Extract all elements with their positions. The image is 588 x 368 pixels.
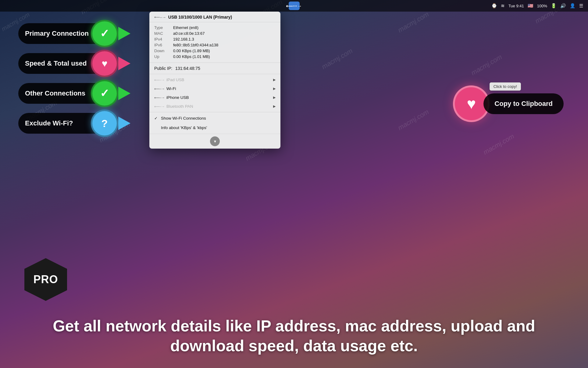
conn-icon: ⟵···→ (154, 78, 165, 82)
dropdown-header: ⟵···→ USB 10/100/1000 LAN (Primary) (149, 12, 280, 22)
info-row-mac: MAC a0:ce:c8:0e:13:67 (154, 31, 276, 36)
show-wifi-option[interactable]: ✓ Show Wi-Fi Connections (149, 114, 280, 123)
primary-connection-button[interactable]: Primary Connection ✓ (18, 21, 116, 46)
wifi-icon: ≋ (501, 3, 505, 9)
other-connections-circle: ✓ (91, 80, 118, 107)
menubar-items: ⌚ ≋ Tue 9:41 🇺🇸 100% 🔋 🔊 👤 ☰ (491, 3, 583, 9)
conn-item-bluetooth[interactable]: ⟵···→ Bluetooth PAN ▶ (149, 102, 280, 111)
flag-icon: 🇺🇸 (528, 3, 533, 9)
primary-connection-arrow (118, 27, 130, 40)
large-heart-icon: ♥ (467, 95, 476, 113)
conn-item-iphone-usb[interactable]: ⟵···→ iPhone USB ▶ (149, 93, 280, 102)
chevron-down-button[interactable]: ▾ (210, 136, 220, 146)
dropdown-connections: ⟵···→ iPad USB ▶ ⟵···→ Wi-Fi ▶ ⟵···→ iPh… (149, 74, 280, 112)
activity-icon: ⌚ (491, 3, 497, 9)
info-row-down: Down 0.00 KBps (1.89 MB) (154, 48, 276, 54)
battery-text: 100% (537, 4, 547, 8)
connection-icon: ⟵···→ (154, 15, 166, 20)
conn-arrow-right-wifi: ▶ (273, 87, 276, 91)
copy-to-clipboard-button[interactable]: Copy to Clipboard (483, 93, 564, 114)
public-ip-row[interactable]: Public IP: 131:64:48:75 (149, 63, 280, 74)
info-kbps-option[interactable]: Info about 'KBps' & 'kbps' (149, 123, 280, 132)
speed-total-button[interactable]: Speed & Total used ♥ (18, 51, 116, 76)
chevron-down-icon: ▾ (214, 139, 216, 144)
conn-icon-bt: ⟵···→ (154, 104, 165, 109)
info-row-ipv4: IPv4 192.168.1.3 (154, 36, 276, 42)
check-icon: ✓ (100, 27, 109, 40)
clock: Tue 9:41 (508, 4, 524, 8)
click-to-copy-tooltip: Click to copy! (490, 82, 521, 91)
checkmark-icon: ✓ (154, 116, 159, 121)
conn-arrow-right-iphone: ▶ (273, 96, 276, 99)
conn-arrow-right: ▶ (273, 78, 276, 82)
menubar: ⟵···→ ⌚ ≋ Tue 9:41 🇺🇸 100% 🔋 🔊 👤 ☰ (0, 0, 588, 12)
pro-text: PRO (33, 273, 58, 286)
info-row-ipv6: IPv6 fe80::8b5:1bf0:4344:a138 (154, 42, 276, 48)
user-icon: 👤 (570, 3, 576, 9)
pro-badge: PRO (24, 258, 67, 301)
conn-item-ipad-usb[interactable]: ⟵···→ iPad USB ▶ (149, 75, 280, 84)
list-icon: ☰ (579, 3, 583, 9)
battery-icon: 🔋 (551, 3, 557, 9)
left-buttons-container: Primary Connection ✓ Speed & Total used … (18, 21, 116, 135)
info-row-up: Up 0.00 KBps (1.01 MB) (154, 54, 276, 60)
dropdown-options: ✓ Show Wi-Fi Connections Info about 'KBp… (149, 112, 280, 134)
exclude-wifi-circle: ? (91, 110, 118, 137)
conn-icon-iphone: ⟵···→ (154, 96, 165, 100)
dropdown-title: USB 10/100/1000 LAN (Primary) (168, 15, 232, 20)
exclude-wifi-arrow (118, 117, 130, 130)
dropdown-info: Type Ethernet (en8) MAC a0:ce:c8:0e:13:6… (149, 22, 280, 63)
question-icon: ? (102, 117, 108, 129)
primary-connection-circle: ✓ (91, 20, 118, 47)
info-row-type: Type Ethernet (en8) (154, 25, 276, 31)
conn-arrow-right-bt: ▶ (273, 104, 276, 108)
bottom-text: Get all network details like IP address,… (0, 316, 588, 356)
pro-hexagon: PRO (24, 258, 67, 301)
other-connections-button[interactable]: Other Connections ✓ (18, 81, 116, 106)
heart-icon: ♥ (102, 58, 108, 69)
exclude-wifi-button[interactable]: Exclude Wi-Fi? ? (18, 111, 116, 135)
dropdown-footer: ▾ (149, 134, 280, 149)
check-icon-2: ✓ (100, 87, 109, 100)
app-menubar-icon[interactable]: ⟵···→ (289, 2, 300, 10)
app-icon[interactable]: ⟵···→ (289, 2, 300, 10)
conn-item-wifi[interactable]: ⟵···→ Wi-Fi ▶ (149, 84, 280, 93)
volume-icon: 🔊 (560, 3, 566, 9)
other-connections-arrow (118, 87, 130, 100)
speed-total-arrow (118, 57, 130, 70)
dropdown-menu: ⟵···→ USB 10/100/1000 LAN (Primary) Type… (149, 12, 280, 149)
conn-icon-wifi: ⟵···→ (154, 87, 165, 91)
copy-area: Click to copy! ♥ Copy to Clipboard (453, 85, 564, 122)
speed-total-circle: ♥ (91, 50, 118, 77)
